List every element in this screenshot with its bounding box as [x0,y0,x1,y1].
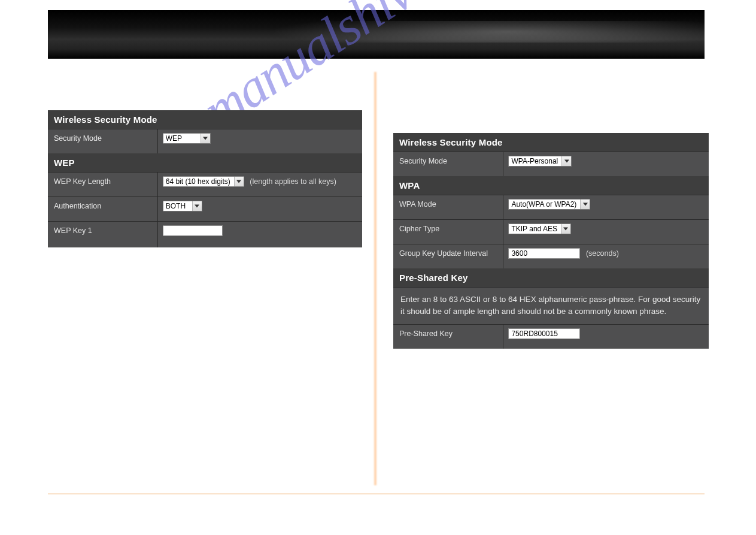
input-group-key-update[interactable]: 3600 [508,248,580,259]
row-wep-key-length: WEP Key Length 64 bit (10 hex digits) (l… [48,172,362,197]
chevron-down-icon [201,134,210,143]
select-cipher-type-value: TKIP and AES [509,224,561,234]
select-authentication-value: BOTH [163,201,192,211]
label-authentication: Authentication [48,197,158,221]
row-security-mode: Security Mode WEP [48,129,362,153]
row-wpa-mode: WPA Mode Auto(WPA or WPA2) [393,195,709,219]
row-psk: Pre-Shared Key 750RD800015 [393,324,709,349]
label-wep-key-1: WEP Key 1 [48,222,158,247]
label-cipher-type: Cipher Type [393,220,503,244]
psk-description: Enter an 8 to 63 ASCII or 8 to 64 HEX al… [393,287,709,324]
row-group-key-update: Group Key Update Interval 3600 (seconds) [393,244,709,268]
hint-wep-key-length: (length applies to all keys) [250,177,336,186]
chevron-down-icon [234,177,244,186]
label-wep-key-length: WEP Key Length [48,173,158,197]
label-group-key-update: Group Key Update Interval [393,244,503,268]
section-header-wireless-mode: Wireless Security Mode [48,110,362,129]
section-header-wpa: WPA [393,176,709,195]
select-wep-key-length[interactable]: 64 bit (10 hex digits) [163,176,244,187]
select-security-mode[interactable]: WPA-Personal [508,156,572,167]
section-header-wireless-mode: Wireless Security Mode [393,133,709,152]
select-wpa-mode-value: Auto(WPA or WPA2) [509,200,580,209]
select-wpa-mode[interactable]: Auto(WPA or WPA2) [508,199,590,210]
label-security-mode: Security Mode [393,152,503,176]
label-wpa-mode: WPA Mode [393,195,503,219]
chevron-down-icon [580,200,590,209]
input-psk[interactable]: 750RD800015 [508,328,580,339]
unit-group-key-update: (seconds) [586,249,619,258]
select-cipher-type[interactable]: TKIP and AES [508,223,571,234]
vertical-divider [374,72,377,485]
select-security-mode[interactable]: WEP [163,133,211,144]
input-wep-key-1[interactable] [163,225,223,236]
select-security-mode-value: WPA-Personal [509,156,561,166]
section-header-wep: WEP [48,153,362,172]
label-psk: Pre-Shared Key [393,325,503,349]
wpa-settings-panel: Wireless Security Mode Security Mode WPA… [393,133,709,349]
chevron-down-icon [192,201,202,211]
label-security-mode: Security Mode [48,129,158,153]
footer-divider [48,494,705,494]
row-security-mode: Security Mode WPA-Personal [393,152,709,176]
chevron-down-icon [561,224,570,234]
row-authentication: Authentication BOTH [48,197,362,221]
chevron-down-icon [561,156,571,166]
section-header-psk: Pre-Shared Key [393,268,709,287]
select-security-mode-value: WEP [163,134,201,143]
top-banner [48,10,705,59]
row-wep-key-1: WEP Key 1 [48,221,362,247]
select-wep-key-length-value: 64 bit (10 hex digits) [163,177,234,186]
select-authentication[interactable]: BOTH [163,201,202,211]
row-cipher-type: Cipher Type TKIP and AES [393,219,709,244]
wep-settings-panel: Wireless Security Mode Security Mode WEP… [48,110,362,247]
